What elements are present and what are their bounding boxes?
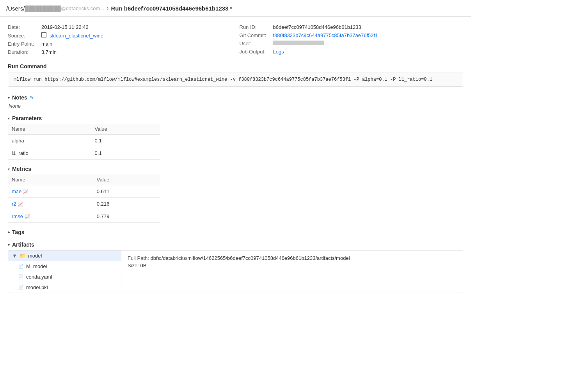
param-name-cell: alpha — [8, 135, 91, 147]
artifact-fullpath-row: Full Path: dbfs:/databricks/mlflow/14622… — [128, 255, 457, 261]
metric-name-cell[interactable]: rmse 📈 — [8, 210, 93, 223]
metrics-table: Name Value mae 📈0.611r2 📈0.216rmse 📈0.77… — [8, 174, 160, 223]
duration-value: 3.7min — [41, 49, 57, 55]
metrics-row: mae 📈0.611 — [8, 185, 160, 198]
artifact-file-modelpkl[interactable]: 📄 model.pkl — [8, 282, 121, 293]
run-id-value: b6deef7cc09741058d446e96b61b1233 — [273, 24, 361, 30]
git-commit-label: Git Commit: — [240, 32, 271, 38]
artifact-file-mlmodel[interactable]: 📄 MLmodel — [8, 261, 121, 272]
artifact-mlmodel-label: MLmodel — [26, 263, 47, 269]
metric-name-cell[interactable]: mae 📈 — [8, 185, 93, 198]
job-output-label: Job Output: — [240, 49, 271, 55]
date-label: Date: — [8, 24, 39, 30]
entry-point-label: Entry Point: — [8, 41, 39, 47]
file-icon-conda: 📄 — [18, 274, 24, 279]
metrics-title: Metrics — [12, 166, 31, 172]
parameters-chevron-icon: ▾ — [8, 116, 10, 121]
metrics-row: rmse 📈0.779 — [8, 210, 160, 223]
artifacts-section-header[interactable]: ▾ Artifacts — [8, 242, 463, 248]
notebook-icon — [41, 32, 46, 37]
logs-link[interactable]: Logs — [273, 49, 284, 55]
entry-point-value: main — [41, 41, 52, 47]
parameters-table: Name Value alpha0.1l1_ratio0.1 — [8, 124, 160, 160]
main-content: Date: 2019-02-15 11:22:42 Source: sklear… — [0, 17, 471, 306]
parameters-section-header[interactable]: ▾ Parameters — [8, 115, 463, 121]
meta-runid-row: Run ID: b6deef7cc09741058d446e96b61b1233 — [240, 23, 464, 31]
source-link[interactable]: sklearn_elasticnet_wine — [50, 33, 103, 39]
dropdown-arrow-icon[interactable]: ▾ — [230, 5, 232, 11]
artifact-modelpkl-label: model.pkl — [26, 284, 48, 290]
artifacts-title: Artifacts — [12, 242, 34, 248]
breadcrumb-run: Run b6deef7cc09741058d446e96b61b1233 — [111, 5, 228, 12]
tags-chevron-icon: ▾ — [7, 231, 11, 233]
parameters-row: l1_ratio0.1 — [8, 147, 160, 160]
param-value-cell: 0.1 — [91, 147, 160, 160]
artifacts-container: ▼ 📁 model 📄 MLmodel 📄 conda.yaml — [8, 250, 463, 293]
duration-label: Duration: — [8, 49, 39, 55]
artifacts-detail-panel: Full Path: dbfs:/databricks/mlflow/14622… — [121, 251, 463, 293]
user-label: User: — [240, 41, 271, 46]
breadcrumb-bar: /Users/ ██████████@databricks.com... › R… — [0, 0, 471, 17]
artifact-size-value: 0B — [140, 263, 147, 268]
artifacts-chevron-icon: ▾ — [8, 243, 10, 247]
folder-open-icon: ▼ — [12, 253, 17, 259]
run-id-label: Run ID: — [240, 24, 271, 30]
file-icon-modelpkl: 📄 — [18, 285, 24, 290]
param-value-cell: 0.1 — [91, 135, 160, 147]
run-command-section: Run Command mlflow run https://github.co… — [8, 63, 463, 87]
artifacts-section: ▾ Artifacts ▼ 📁 model 📄 MLmodel — [8, 242, 463, 293]
page-wrapper: /Users/ ██████████@databricks.com... › R… — [0, 0, 471, 366]
artifact-file-conda[interactable]: 📄 conda.yaml — [8, 272, 121, 282]
metrics-col-value: Value — [93, 174, 160, 185]
meta-left-col: Date: 2019-02-15 11:22:42 Source: sklear… — [8, 23, 232, 56]
date-value: 2019-02-15 11:22:42 — [41, 24, 89, 30]
metric-value-cell: 0.216 — [93, 198, 160, 210]
user-value-redacted — [273, 41, 324, 45]
breadcrumb-prefix: /Users/ — [6, 5, 25, 12]
artifact-conda-label: conda.yaml — [26, 274, 52, 280]
parameters-title: Parameters — [12, 115, 42, 121]
artifact-size-label: Size: — [128, 263, 139, 268]
notes-section-header[interactable]: ▾ Notes ✎ — [8, 94, 463, 101]
artifact-root-folder[interactable]: ▼ 📁 model — [8, 251, 121, 261]
meta-gitcommit-row: Git Commit: f380f8323b7c9c644a9775c85fa7… — [240, 31, 464, 39]
metadata-grid: Date: 2019-02-15 11:22:42 Source: sklear… — [8, 23, 463, 56]
param-name-cell: l1_ratio — [8, 147, 91, 160]
parameters-row: alpha0.1 — [8, 135, 160, 147]
tags-title: Tags — [12, 229, 25, 235]
metric-value-cell: 0.611 — [93, 185, 160, 198]
notes-chevron-icon: ▾ — [8, 96, 10, 100]
notes-section: ▾ Notes ✎ None — [8, 94, 463, 109]
metric-value-cell: 0.779 — [93, 210, 160, 223]
file-icon-mlmodel: 📄 — [18, 264, 24, 269]
notes-edit-icon[interactable]: ✎ — [30, 95, 34, 100]
meta-duration-row: Duration: 3.7min — [8, 48, 232, 56]
artifact-fullpath-value: dbfs:/databricks/mlflow/14622565/b6deef7… — [151, 255, 350, 261]
meta-user-row: User: — [240, 39, 464, 48]
metric-name-cell[interactable]: r2 📈 — [8, 198, 93, 210]
folder-glyph-icon: 📁 — [20, 253, 26, 259]
tags-section-header[interactable]: ▾ Tags — [8, 229, 463, 235]
run-command-box: mlflow run https://github.com/mlflow/mlf… — [8, 73, 463, 87]
artifact-fullpath-label: Full Path: — [128, 255, 149, 261]
artifact-size-row: Size: 0B — [128, 263, 457, 268]
metrics-col-name: Name — [8, 174, 93, 185]
metrics-row: r2 📈0.216 — [8, 198, 160, 210]
notes-title: Notes — [12, 94, 27, 101]
git-commit-link[interactable]: f380f8323b7c9c644a9775c85fa7b37ae76f53f1 — [273, 32, 378, 38]
source-label: Source: — [8, 33, 39, 39]
breadcrumb-separator: › — [107, 5, 108, 12]
metrics-section-header[interactable]: ▾ Metrics — [8, 166, 463, 172]
meta-entry-row: Entry Point: main — [8, 40, 232, 48]
artifact-root-label: model — [28, 253, 42, 259]
parameters-col-name: Name — [8, 124, 91, 135]
metrics-section: ▾ Metrics Name Value mae 📈0.611r2 📈0.216… — [8, 166, 463, 223]
meta-right-col: Run ID: b6deef7cc09741058d446e96b61b1233… — [240, 23, 464, 56]
tags-section: ▾ Tags — [8, 229, 463, 235]
parameters-col-value: Value — [91, 124, 160, 135]
meta-source-row: Source: sklearn_elasticnet_wine — [8, 31, 232, 40]
run-command-title: Run Command — [8, 63, 463, 69]
notes-value: None — [9, 103, 463, 109]
artifacts-tree: ▼ 📁 model 📄 MLmodel 📄 conda.yaml — [8, 251, 121, 293]
breadcrumb-user: ██████████@databricks.com... — [25, 5, 105, 11]
